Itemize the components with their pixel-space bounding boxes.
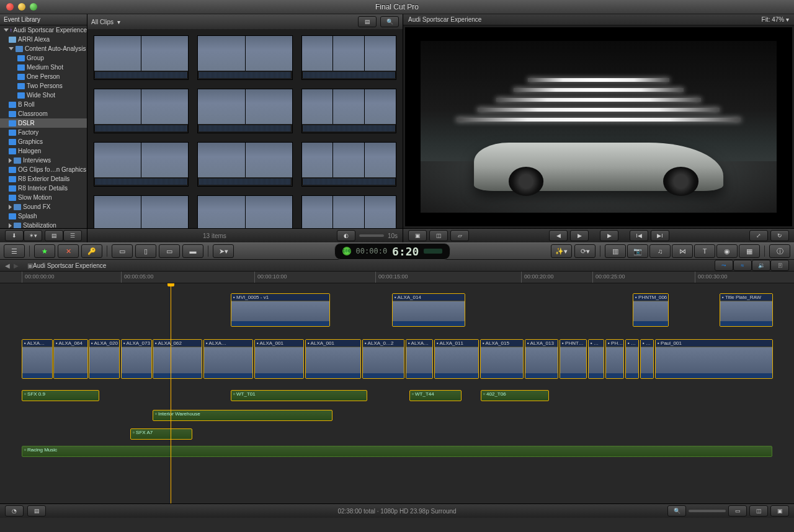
sidebar-item[interactable]: Factory <box>0 128 87 137</box>
browser-clip[interactable] <box>197 89 292 133</box>
solo-button[interactable]: ⍐ <box>770 260 789 271</box>
storyline-clip[interactable]: ▪ PH… <box>605 339 624 379</box>
transform-tool[interactable]: ▣ <box>408 230 427 241</box>
connect-clip[interactable]: ▭ <box>112 244 133 258</box>
storyline-clip[interactable]: ▪ ALXA_013 <box>525 339 558 379</box>
sound-browser[interactable]: ♫ <box>649 244 671 258</box>
storyline-clip[interactable]: ▪ ALXA… <box>22 339 53 379</box>
titles-browser[interactable]: T <box>694 244 715 258</box>
storyline-clip[interactable]: ▪ … <box>625 339 639 379</box>
browser-clip[interactable] <box>301 142 396 187</box>
sidebar-item[interactable]: DSLR <box>0 118 87 128</box>
distort-tool[interactable]: ▱ <box>450 230 469 241</box>
list-view[interactable]: ☰ <box>63 230 82 241</box>
sidebar-item[interactable]: Group <box>0 53 87 63</box>
sidebar-item[interactable]: Stabilization <box>0 221 87 228</box>
sidebar-item[interactable]: R8 Interior Details <box>0 184 87 193</box>
storyline-clip[interactable]: ▪ ALXA_020 <box>89 339 120 379</box>
timecode-display[interactable]: 100 00:00:06:20 <box>334 243 451 260</box>
audio-clip[interactable]: ▫ WT_T01 <box>231 390 367 401</box>
crop-tool[interactable]: ◫ <box>429 230 448 241</box>
sidebar-item[interactable]: Content Auto-Analysis <box>0 44 87 53</box>
audio-clip[interactable]: ▫ SFX 0.9 <box>22 390 99 401</box>
audio-clip[interactable]: ▫ SFX A7 <box>130 428 192 440</box>
sidebar-item[interactable]: One Person <box>0 72 87 81</box>
music-browser[interactable]: 📷 <box>627 244 648 258</box>
timeline-ruler[interactable]: 00:00:00:0000:00:05:0000:00:10:0000:00:1… <box>0 272 794 283</box>
clip-appearance[interactable]: ◐ <box>337 230 355 241</box>
storyline-clip[interactable]: ▪ ALXA_011 <box>434 339 479 379</box>
audio-skim-button[interactable]: 🔉 <box>752 260 770 271</box>
snapping-button[interactable]: ⤳ <box>715 260 733 271</box>
clip-height[interactable]: ◫ <box>749 505 768 516</box>
filmstrip-view[interactable]: ▤ <box>45 230 63 241</box>
storyline-clip[interactable]: ▪ ALXA_001 <box>305 339 361 379</box>
sidebar-item[interactable]: Wide Shot <box>0 91 87 100</box>
insert-clip[interactable]: ▯ <box>135 244 156 258</box>
browser-clip[interactable] <box>94 142 189 187</box>
event-tree[interactable]: Audi Sportscar ExperienceARRI AlexaConte… <box>0 25 87 228</box>
sidebar-item[interactable]: Interviews <box>0 156 87 165</box>
storyline-clip[interactable]: ▪ PHNT… <box>560 339 587 379</box>
audio-clip[interactable]: ▫ Racing Music <box>22 446 772 457</box>
overwrite-clip[interactable]: ▬ <box>182 244 203 258</box>
zoom-slider[interactable] <box>689 510 726 512</box>
zoom-out[interactable]: 🔍 <box>667 505 686 516</box>
sidebar-item[interactable]: Classroom <box>0 109 87 118</box>
audio-clip[interactable]: ▫ 402_T06 <box>481 390 549 401</box>
connected-clip[interactable]: ▪ Title Plate_RAW <box>720 293 773 327</box>
timeline-tracks[interactable]: ▪ MVI_0005 - v1▪ ALXA_014▪ PHNTM_006▪ Ti… <box>0 283 794 503</box>
play-back[interactable]: ▶ <box>570 230 589 241</box>
sidebar-item[interactable]: ARRI Alexa <box>0 35 87 44</box>
retime-menu[interactable]: ⟳▾ <box>574 244 596 258</box>
play-button[interactable]: ▶ <box>600 230 618 241</box>
generators-browser[interactable]: ◉ <box>716 244 738 258</box>
audio-clip[interactable]: ▫ Interior Warehouse <box>153 410 332 421</box>
append-clip[interactable]: ▭ <box>159 244 180 258</box>
thumbnail-size-slider[interactable] <box>359 234 384 237</box>
connected-clip[interactable]: ▪ PHNTM_006 <box>633 293 669 327</box>
show-effects[interactable]: ▣ <box>770 505 789 516</box>
reject-button[interactable]: ✕ <box>58 244 79 258</box>
browser-clip[interactable] <box>94 89 189 133</box>
filter-menu-icon[interactable]: ▾ <box>117 19 120 25</box>
keyword-button[interactable]: 🔑 <box>81 244 102 258</box>
browser-clip[interactable] <box>301 89 396 133</box>
hide-rejected[interactable]: ▤ <box>358 16 377 27</box>
inspector-button[interactable]: ⓘ <box>769 244 790 258</box>
viewer-zoom[interactable]: Fit: 47% <box>762 16 785 23</box>
sidebar-item[interactable]: Graphics <box>0 137 87 146</box>
audio-clip[interactable]: ▫ WT_T44 <box>409 390 462 401</box>
timeline-history-fwd[interactable]: ▶ <box>14 262 19 269</box>
storyline-clip[interactable]: ▪ ALXA… <box>203 339 253 379</box>
browser-clip[interactable] <box>197 142 292 187</box>
connected-clip[interactable]: ▪ MVI_0005 - v1 <box>231 293 330 327</box>
clip-grid[interactable] <box>87 29 403 228</box>
sidebar-item[interactable]: OG Clips fo…n Graphics <box>0 165 87 174</box>
storyline-clip[interactable]: ▪ ALXA_015 <box>480 339 524 379</box>
clip-appearance-tl[interactable]: ▭ <box>728 505 747 516</box>
browser-filter[interactable]: All Clips <box>91 19 114 25</box>
sidebar-item[interactable]: Audi Sportscar Experience <box>0 25 87 35</box>
sidebar-item[interactable]: Slow Motion <box>0 193 87 202</box>
connected-clip[interactable]: ▪ ALXA_014 <box>392 293 465 327</box>
favorite-button[interactable]: ★ <box>34 244 55 258</box>
sidebar-item[interactable]: B Roll <box>0 100 87 109</box>
timeline-index[interactable]: ▤ <box>27 505 46 516</box>
sidebar-item[interactable]: Halogen <box>0 146 87 156</box>
browser-clip[interactable] <box>197 195 292 228</box>
storyline-clip[interactable]: ▪ … <box>588 339 604 379</box>
skimming-button[interactable]: ≈ <box>733 260 752 271</box>
themes-browser[interactable]: ▦ <box>739 244 760 258</box>
browser-clip[interactable] <box>301 195 396 228</box>
loop-button[interactable]: ↻ <box>770 230 789 241</box>
storyline-clip[interactable]: ▪ ALXA_073 <box>121 339 152 379</box>
storyline-clip[interactable]: ▪ ALXA_064 <box>53 339 88 379</box>
select-tool[interactable]: ➤▾ <box>213 244 234 258</box>
sidebar-item[interactable]: R8 Exterior Details <box>0 174 87 184</box>
storyline-clip[interactable]: ▪ ALXA_001 <box>254 339 304 379</box>
playhead[interactable] <box>171 283 171 503</box>
storyline-clip[interactable]: ▪ ALXA_062 <box>153 339 202 379</box>
timeline-history-back[interactable]: ◀ <box>5 262 10 269</box>
browser-clip[interactable] <box>94 35 189 80</box>
